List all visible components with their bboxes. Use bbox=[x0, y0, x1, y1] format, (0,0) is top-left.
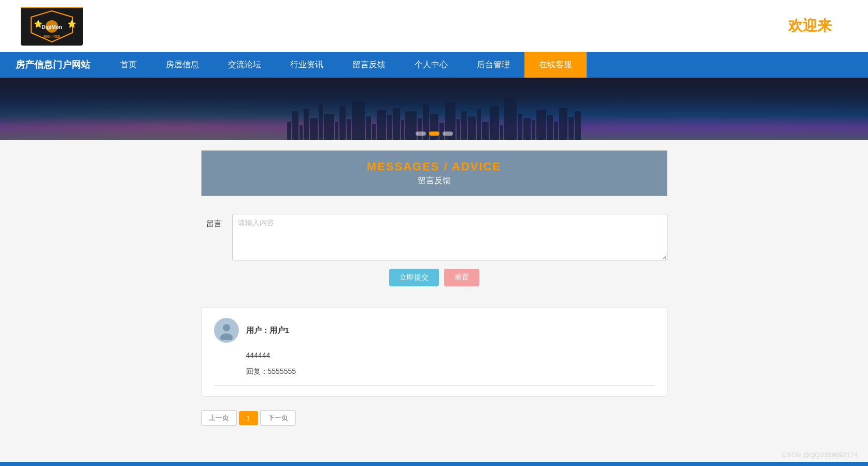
reply-text: 回复：5555555 bbox=[246, 365, 654, 378]
nav-bar: 房产信息门户网站 首页 房屋信息 交流论坛 行业资讯 留言反馈 个人中心 后台管… bbox=[0, 52, 868, 78]
logo-area: DigiMon -BIG☆YES- ⭐ ⭐ bbox=[21, 7, 83, 46]
banner-dot-3[interactable] bbox=[443, 132, 453, 136]
form-row-message: 留言 bbox=[201, 214, 667, 260]
form-buttons: 立即提交 重置 bbox=[201, 269, 667, 286]
svg-text:DigiMon: DigiMon bbox=[41, 24, 62, 30]
user-name: 用户：用户1 bbox=[246, 326, 289, 336]
submit-button[interactable]: 立即提交 bbox=[389, 269, 439, 286]
nav-item-industry[interactable]: 行业资讯 bbox=[276, 52, 338, 78]
hero-banner bbox=[0, 78, 868, 140]
nav-item-messages[interactable]: 留言反馈 bbox=[338, 52, 400, 78]
nav-item-forum[interactable]: 交流论坛 bbox=[214, 52, 276, 78]
message-divider bbox=[214, 385, 654, 386]
nav-item-service[interactable]: 在线客服 bbox=[524, 52, 587, 78]
site-logo: DigiMon -BIG☆YES- ⭐ ⭐ bbox=[21, 7, 83, 46]
welcome-text: 欢迎来 bbox=[788, 16, 847, 36]
message-textarea[interactable] bbox=[232, 214, 667, 260]
message-user-row: 用户：用户1 bbox=[214, 318, 654, 343]
message-card: 用户：用户1 444444 回复：5555555 bbox=[201, 307, 667, 397]
page-header-cn: 留言反馈 bbox=[212, 176, 657, 186]
svg-text:⭐: ⭐ bbox=[67, 20, 77, 28]
page-1-button[interactable]: 1 bbox=[239, 411, 258, 425]
avatar bbox=[214, 318, 239, 343]
reset-button[interactable]: 重置 bbox=[444, 269, 479, 286]
form-label-message: 留言 bbox=[201, 214, 232, 229]
svg-text:-BIG☆YES-: -BIG☆YES- bbox=[42, 35, 62, 38]
nav-item-house[interactable]: 房屋信息 bbox=[151, 52, 214, 78]
svg-rect-1 bbox=[21, 7, 83, 8]
site-header: DigiMon -BIG☆YES- ⭐ ⭐ 欢迎来 bbox=[0, 0, 868, 52]
page-header-en: MESSAGES / ADVICE bbox=[212, 160, 657, 173]
main-content: MESSAGES / ADVICE 留言反馈 留言 立即提交 重置 bbox=[201, 140, 667, 452]
message-list: 用户：用户1 444444 回复：5555555 bbox=[201, 307, 667, 397]
message-text: 444444 bbox=[246, 349, 654, 362]
banner-dot-1[interactable] bbox=[416, 132, 426, 136]
nav-item-profile[interactable]: 个人中心 bbox=[400, 52, 462, 78]
nav-item-home[interactable]: 首页 bbox=[106, 52, 151, 78]
message-form: 留言 立即提交 重置 bbox=[201, 209, 667, 297]
pagination: 上一页 1 下一页 bbox=[201, 405, 667, 431]
svg-point-9 bbox=[223, 324, 230, 331]
nav-item-admin[interactable]: 后台管理 bbox=[462, 52, 524, 78]
watermark: CSDN @QQ3359892174 bbox=[782, 451, 858, 452]
page-header-box: MESSAGES / ADVICE 留言反馈 bbox=[201, 150, 667, 196]
banner-dots bbox=[416, 132, 453, 136]
message-content: 444444 回复：5555555 bbox=[214, 349, 654, 378]
nav-site-title: 房产信息门户网站 bbox=[0, 52, 106, 78]
banner-dot-2[interactable] bbox=[429, 132, 439, 136]
next-page-button[interactable]: 下一页 bbox=[260, 410, 296, 426]
svg-text:⭐: ⭐ bbox=[34, 20, 43, 28]
prev-page-button[interactable]: 上一页 bbox=[201, 410, 237, 426]
